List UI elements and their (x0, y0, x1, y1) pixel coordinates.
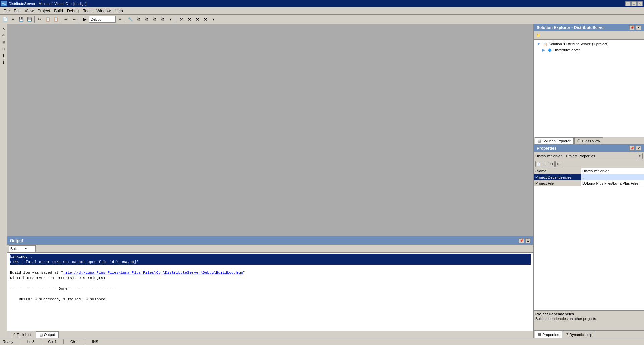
props-toolbar-btn3[interactable]: ⊟ (549, 161, 555, 167)
toolbox-tool-4[interactable]: T (1, 52, 7, 58)
paste-button[interactable]: 📋 (52, 16, 59, 23)
props-row-name[interactable]: (Name) DistributeServer (534, 168, 644, 174)
toolbar-build-1[interactable]: ⚒ (177, 16, 185, 23)
toolbar-extra-2[interactable]: ⚙ (135, 16, 142, 23)
copy-button[interactable]: 📋 (44, 16, 51, 23)
props-tab-label: Properties (542, 333, 559, 337)
cut-button[interactable]: ✂ (36, 16, 43, 23)
se-content: ▼ 📋 Solution 'DistributeServer' (1 proje… (534, 40, 644, 137)
title-bar-left: VC DistributeServer - Microsoft Visual C… (1, 1, 87, 6)
se-tab-icon: ▤ (538, 139, 541, 143)
props-category: Project Properties (566, 154, 595, 158)
se-header-controls[interactable]: 📌 ✕ (629, 25, 641, 30)
toolbar-build-3[interactable]: ⚒ (194, 16, 201, 23)
toolbox-tool-5[interactable]: | (1, 59, 7, 65)
new-button[interactable]: 📄 (1, 16, 9, 23)
toolbox-tool-1[interactable]: ✏ (1, 32, 7, 38)
open-button[interactable]: ▾ (9, 16, 17, 23)
output-toolbar: Build ▾ (7, 245, 533, 253)
output-line-summary: Build: 0 succeeded, 1 failed, 0 skipped (10, 297, 531, 302)
menu-project[interactable]: Project (36, 8, 52, 14)
close-button[interactable]: ✕ (637, 1, 643, 6)
config-dropdown-container: Debug ▾ (89, 16, 124, 23)
menu-tools[interactable]: Tools (81, 8, 94, 14)
output-tab-icon: ▤ (39, 333, 43, 337)
se-toolbar-btn1[interactable]: 📁 (535, 32, 541, 39)
menu-debug[interactable]: Debug (65, 8, 81, 14)
toolbar-build-5[interactable]: ▾ (210, 16, 217, 23)
toolbar-extra-5[interactable]: ⚙ (159, 16, 166, 23)
main-container: ↖ ✏ ⊞ ⊡ T | Output 📌 ✕ Build ▾ (0, 24, 644, 338)
config-dropdown-arrow[interactable]: ▾ (116, 16, 124, 23)
se-item-project[interactable]: ▶ 🔷 DistributeServer (535, 47, 643, 53)
props-toolbar-btn1[interactable]: 📄 (535, 161, 541, 167)
toolbar-extra-3[interactable]: ⚙ (143, 16, 150, 23)
props-category-dropdown[interactable]: ▾ (637, 153, 643, 159)
start-debug-arrow[interactable]: ▶ (81, 16, 88, 23)
solution-icon: 📋 (542, 41, 548, 47)
props-pin-button[interactable]: 📌 (629, 146, 635, 151)
title-bar-controls[interactable]: ─ □ ✕ (625, 1, 643, 6)
se-tab-label: Solution Explorer (542, 139, 571, 143)
props-desc-title: Project Dependencies (535, 312, 643, 316)
redo-button[interactable]: ↪ (70, 16, 78, 23)
help-tab-icon: ? (566, 333, 568, 337)
menu-help[interactable]: Help (113, 8, 125, 14)
status-sep-3 (63, 339, 64, 344)
output-header-controls[interactable]: 📌 ✕ (519, 238, 531, 243)
config-dropdown[interactable]: Debug (89, 16, 116, 23)
toolbar-extra-1[interactable]: 🔧 (127, 16, 134, 23)
output-source-dropdown[interactable]: Build ▾ (9, 245, 36, 252)
se-item-solution[interactable]: ▼ 📋 Solution 'DistributeServer' (1 proje… (535, 41, 643, 47)
toolbox-tool-2[interactable]: ⊞ (1, 39, 7, 45)
toolbox-pointer[interactable]: ↖ (1, 25, 7, 31)
minimize-button[interactable]: ─ (625, 1, 631, 6)
design-area: Output 📌 ✕ Build ▾ Linking... LINK : fat… (7, 24, 533, 338)
output-pin-button[interactable]: 📌 (519, 238, 524, 243)
props-row-file[interactable]: Project File D:\Luna Plus Files\Luna Plu… (534, 180, 644, 186)
props-row-deps[interactable]: Project Dependencies ... (534, 174, 644, 180)
menu-edit[interactable]: Edit (12, 8, 23, 14)
toolbox-tool-3[interactable]: ⊡ (1, 46, 7, 52)
props-value-file: D:\Luna Plus Files\Luna Plus Files... (581, 180, 644, 186)
se-pin-button[interactable]: 📌 (629, 25, 635, 30)
toolbar-sep-1 (34, 16, 35, 23)
se-close-button[interactable]: ✕ (636, 25, 641, 30)
toolbar-build-4[interactable]: ⚒ (202, 16, 209, 23)
props-tab-icon: ▤ (538, 332, 541, 337)
toolbar-extra-6[interactable]: ▾ (167, 16, 174, 23)
props-close-button[interactable]: ✕ (636, 146, 641, 151)
menu-view[interactable]: View (23, 8, 36, 14)
output-content[interactable]: Linking... LINK : fatal error LNK1104: c… (7, 253, 533, 331)
tab-solution-explorer[interactable]: ▤ Solution Explorer (535, 137, 574, 144)
tab-output[interactable]: ▤ Output (36, 331, 59, 338)
props-header-controls[interactable]: 📌 ✕ (629, 146, 641, 151)
menu-build[interactable]: Build (52, 8, 65, 14)
menu-window[interactable]: Window (94, 8, 113, 14)
build-log-link[interactable]: file://d:\Luna Plus Files\Luna Plus File… (63, 271, 243, 275)
maximize-button[interactable]: □ (631, 1, 637, 6)
save-button[interactable]: 💾 (17, 16, 25, 23)
props-deps-value: ... (582, 175, 585, 179)
props-toolbar-btn2[interactable]: ⊞ (542, 161, 548, 167)
menu-bar: File Edit View Project Build Debug Tools… (0, 7, 644, 15)
status-bar: Ready Ln 3 Col 1 Ch 1 INS (0, 338, 644, 345)
status-col: Col 1 (48, 340, 57, 344)
tab-dynamic-help[interactable]: ? Dynamic Help (563, 331, 595, 338)
toolbar-sep-2 (61, 16, 61, 23)
tab-class-view[interactable]: ⬡ Class View (574, 137, 603, 144)
props-toolbar-btn4[interactable]: ⊞ (555, 161, 561, 167)
menu-file[interactable]: File (1, 8, 12, 14)
toolbar-build-2[interactable]: ⚒ (185, 16, 193, 23)
toolbar-extra-4[interactable]: ⚙ (151, 16, 158, 23)
tab-task-list[interactable]: ✓ Task List (9, 331, 35, 338)
project-label: DistributeServer (553, 48, 580, 52)
toolbar-sep-3 (79, 16, 79, 23)
undo-button[interactable]: ↩ (62, 16, 70, 23)
save-all-button[interactable]: 💾 (25, 16, 33, 23)
props-title-bar: DistributeServer Project Properties ▾ (534, 152, 644, 160)
cv-tab-icon: ⬡ (577, 139, 581, 143)
output-close-button[interactable]: ✕ (525, 238, 531, 243)
project-expand-icon: ▶ (541, 47, 546, 53)
tab-properties[interactable]: ▤ Properties (535, 331, 562, 338)
